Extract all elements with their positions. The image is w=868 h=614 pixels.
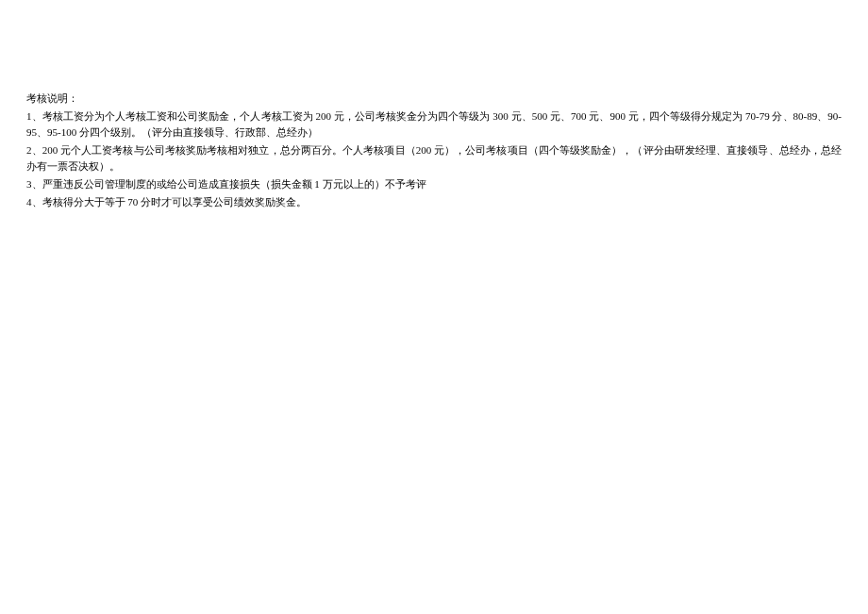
assessment-item-4: 4、考核得分大于等于 70 分时才可以享受公司绩效奖励奖金。 — [26, 194, 842, 210]
assessment-item-3: 3、严重违反公司管理制度的或给公司造成直接损失（损失金额 1 万元以上的）不予考… — [26, 176, 842, 192]
assessment-item-1: 1、考核工资分为个人考核工资和公司奖励金，个人考核工资为 200 元，公司考核奖… — [26, 108, 842, 141]
section-title: 考核说明： — [26, 91, 842, 107]
assessment-item-2: 2、200 元个人工资考核与公司考核奖励考核相对独立，总分两百分。个人考核项目（… — [26, 142, 842, 174]
